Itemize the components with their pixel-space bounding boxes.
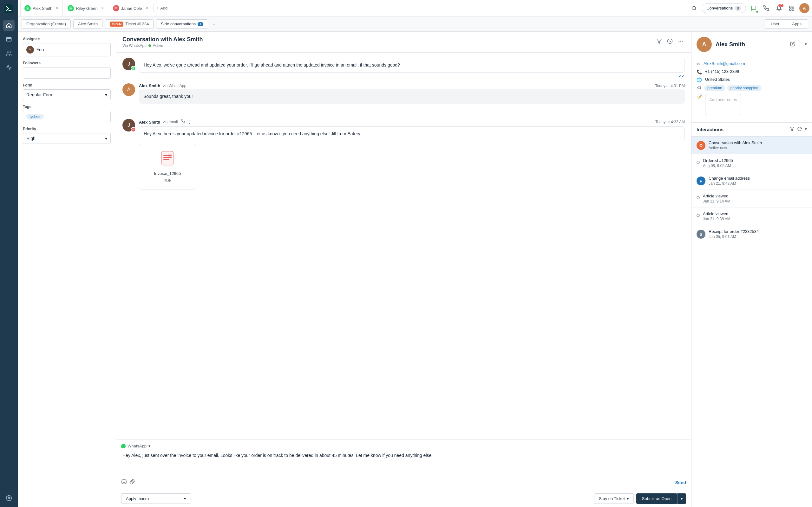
svg-rect-7 <box>792 9 794 10</box>
phone-btn[interactable] <box>761 3 771 13</box>
user-avatar-btn[interactable]: A <box>799 3 809 13</box>
submit-as-open-btn[interactable]: Submit as Open <box>636 493 677 504</box>
interaction-item-article2[interactable]: Article viewed Jan 21, 9:38 AM <box>692 208 812 225</box>
tab-bar: Alex Smith ✕ Riley Green ✕ ✉ Janae Cole … <box>18 0 812 16</box>
user-apps-toggle: User Apps <box>764 19 808 29</box>
edit-user-icon[interactable] <box>790 42 795 48</box>
submit-expand-btn[interactable]: ▾ <box>677 493 686 504</box>
msg-header-3: Alex Smith via email ⋮ Today at 4:33 AM <box>139 119 685 125</box>
stay-on-ticket-btn[interactable]: Stay on Ticket ▾ <box>594 493 634 504</box>
tags-label: Tags <box>23 105 111 109</box>
sidebar-item-contacts[interactable] <box>3 48 14 59</box>
tab-close-2[interactable]: ✕ <box>101 6 104 10</box>
macro-label: Apply macro <box>126 496 149 501</box>
more-options-icon[interactable] <box>676 37 685 47</box>
notifications-btn[interactable]: 7 <box>774 3 784 13</box>
attachment-icon[interactable] <box>130 479 135 486</box>
int-title-article1: Article viewed <box>703 193 807 199</box>
interactions-actions: ▾ <box>790 126 807 132</box>
int-subtitle-article2: Jan 21, 9:38 AM <box>703 217 807 221</box>
filter-icon[interactable] <box>655 37 663 47</box>
conversations-label: Conversations <box>706 6 733 10</box>
user-email-row: ✉ AlexSmith@gmail.com <box>697 61 807 66</box>
tab-title-2: Riley Green <box>76 6 98 11</box>
user-header-actions: ⋮ ▾ <box>790 42 807 48</box>
logo-icon[interactable] <box>3 3 14 14</box>
tab-riley-green[interactable]: Riley Green ✕ <box>63 0 108 16</box>
attachment-card[interactable]: Invoice_12965 PDF <box>139 144 196 189</box>
interactions-refresh-icon[interactable] <box>797 126 802 132</box>
history-icon[interactable] <box>666 37 674 47</box>
search-btn[interactable] <box>689 3 699 13</box>
form-select[interactable]: Regular Form ▾ <box>23 89 111 100</box>
msg-content-1: Hey Alex, we've gone ahead and updated y… <box>139 58 685 78</box>
interaction-item-article1[interactable]: Article viewed Jan 21, 9:14 AM <box>692 190 812 208</box>
svg-rect-5 <box>790 6 791 8</box>
channel-badge-1 <box>131 66 136 71</box>
tags-input[interactable]: lychee <box>23 111 111 122</box>
sidebar-item-settings[interactable] <box>3 493 14 504</box>
svg-point-11 <box>678 41 679 42</box>
tab-close-1[interactable]: ✕ <box>55 6 59 10</box>
conversations-count: 0 <box>734 6 741 11</box>
conv-header: Conversation with Alex Smith Via WhatsAp… <box>116 32 691 53</box>
conversations-btn[interactable]: Conversations 0 <box>702 3 746 13</box>
user-email[interactable]: AlexSmith@gmail.com <box>704 61 745 66</box>
compose-text[interactable]: Hey Alex, just sent over the invoice to … <box>121 451 686 476</box>
user-tags: premium priority shopping <box>704 85 762 91</box>
apps-view-btn[interactable]: Apps <box>786 20 808 28</box>
user-phone-row: 📞 +1 (415) 123-2399 <box>697 69 807 74</box>
assignee-value: You <box>37 47 44 52</box>
main-content: Alex Smith ✕ Riley Green ✕ ✉ Janae Cole … <box>18 0 812 507</box>
msg-divider <box>122 109 685 114</box>
side-conversations-btn[interactable]: Side conversations 1 <box>156 19 208 29</box>
svg-rect-0 <box>4 4 13 13</box>
channel-badge-3: ✉ <box>131 127 136 132</box>
interaction-item-conv[interactable]: O Conversation with Alex Smith Active no… <box>692 136 812 154</box>
collapse-user-icon[interactable]: ▾ <box>805 42 807 48</box>
tag-chip-lychee[interactable]: lychee <box>26 114 44 119</box>
compose-channel-selector[interactable]: WhatsApp ▾ <box>121 444 686 448</box>
send-btn[interactable]: Send <box>675 480 686 485</box>
messages-area: J Hey Alex, we've gone ahead and updated… <box>116 53 691 440</box>
user-view-btn[interactable]: User <box>764 20 786 28</box>
more-user-options-icon[interactable]: ⋮ <box>798 42 802 48</box>
user-location-row: 🌐 United States <box>697 77 807 82</box>
user-notes-input[interactable]: Add user notes <box>705 94 741 116</box>
int-content-article2: Article viewed Jan 21, 9:38 AM <box>703 211 807 221</box>
tab-janae-cole[interactable]: ✉ Janae Cole ✕ <box>109 0 153 16</box>
tab-close-3[interactable]: ✕ <box>145 6 148 10</box>
view-toggle: User Apps <box>764 19 808 29</box>
add-side-conv-btn[interactable]: + <box>211 20 217 29</box>
tab-separator <box>153 4 154 12</box>
grid-btn[interactable] <box>786 3 797 13</box>
user-tag-priority[interactable]: priority shopping <box>727 85 762 91</box>
sidebar-item-reports[interactable] <box>3 61 14 73</box>
user-tag-premium[interactable]: premium <box>704 85 725 91</box>
assignee-field[interactable]: Y You <box>23 43 111 56</box>
sidebar-item-tickets[interactable] <box>3 34 14 45</box>
msg-bubble-3: Hey Alex, here's your updated invoice fo… <box>139 126 685 141</box>
chat-btn[interactable] <box>749 3 759 13</box>
interaction-item-email-change[interactable]: P Change email address Jan 21, 9:43 AM <box>692 172 812 190</box>
priority-select[interactable]: High ▾ <box>23 133 111 144</box>
user-tab[interactable]: Alex Smith <box>73 19 102 29</box>
followers-input[interactable] <box>23 67 111 78</box>
translate-icon[interactable] <box>181 119 186 125</box>
tab-alex-smith[interactable]: Alex Smith ✕ <box>20 0 63 16</box>
notes-icon: 📝 <box>697 94 702 99</box>
svg-point-3 <box>8 498 10 499</box>
msg-more-icon[interactable]: ⋮ <box>187 119 192 125</box>
compose-channel-label: WhatsApp <box>128 444 147 448</box>
interaction-item-order[interactable]: Ordered #12965 Aug 08, 9:05 AM <box>692 154 812 172</box>
interaction-item-receipt[interactable]: S Receipt for order #2232534 Jan 05, 9:0… <box>692 225 812 243</box>
ticket-tab[interactable]: OPEN Ticket #1234 <box>105 19 154 29</box>
sidebar-item-home[interactable] <box>3 20 14 31</box>
interactions-filter-icon[interactable] <box>790 126 795 132</box>
add-tab-btn[interactable]: + Add <box>154 6 170 10</box>
msg-sender-2: Alex Smith <box>139 83 160 88</box>
apply-macro-select[interactable]: Apply macro ▾ <box>121 493 191 504</box>
interactions-collapse-icon[interactable]: ▾ <box>805 126 807 132</box>
emoji-icon[interactable] <box>121 479 127 486</box>
org-tab[interactable]: Organization (Create) <box>21 19 71 29</box>
